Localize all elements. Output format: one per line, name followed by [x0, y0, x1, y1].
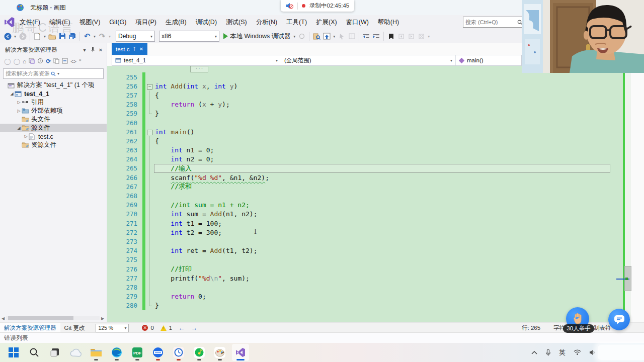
back-dropdown-arrow[interactable]: ▾: [13, 34, 17, 39]
code-line-279[interactable]: 279 return 0;: [107, 292, 623, 301]
taskbar-edge-icon[interactable]: [108, 344, 125, 361]
menu-item-5[interactable]: 生成(B): [161, 15, 191, 29]
expanded-arrow-icon[interactable]: ◢: [16, 126, 22, 130]
document-health-indicator[interactable]: ✕ 0 1: [142, 325, 172, 331]
open-file-button[interactable]: [48, 31, 57, 41]
platform-dropdown[interactable]: x86▾: [159, 31, 219, 42]
menu-item-7[interactable]: 测试(S): [221, 15, 252, 29]
scroll-right-arrow[interactable]: ▶: [100, 316, 106, 321]
scroll-left-arrow[interactable]: ◀: [0, 316, 6, 321]
find-in-files-icon[interactable]: [312, 31, 321, 41]
error-list-bar[interactable]: 错误列表: [0, 332, 644, 343]
save-button[interactable]: [58, 31, 67, 41]
code-line-276[interactable]: 276 //打印: [107, 264, 623, 274]
code-line-272[interactable]: 272 int t2 = 300;: [107, 228, 623, 237]
navigate-forward-arrow[interactable]: →: [191, 324, 197, 332]
menu-item-8[interactable]: 分析(N): [252, 15, 282, 29]
pin-icon[interactable]: [89, 47, 97, 53]
increase-indent-icon[interactable]: [372, 31, 381, 41]
bookmark-prev-icon[interactable]: [396, 31, 406, 41]
taskbar-pdf-reader-icon[interactable]: PDF: [129, 344, 146, 361]
nest-files-icon[interactable]: [53, 58, 59, 65]
menu-item-9[interactable]: 工具(T): [282, 15, 311, 29]
save-all-button[interactable]: [68, 31, 77, 41]
navigate-backward-arrow[interactable]: ←: [178, 324, 185, 332]
tree-item-[interactable]: 头文件: [0, 115, 107, 124]
view-code-icon[interactable]: <>: [70, 59, 76, 64]
switch-views-icon[interactable]: [29, 58, 35, 65]
redo-dropdown-arrow[interactable]: ▾: [108, 34, 112, 39]
collapsed-arrow-icon[interactable]: ▷: [23, 134, 29, 139]
ime-language-indicator[interactable]: 英: [559, 348, 566, 357]
redo-button[interactable]: ↷: [98, 31, 107, 41]
code-line-255[interactable]: 255: [107, 72, 623, 81]
menu-item-0[interactable]: 文件(F): [15, 15, 45, 29]
menu-item-12[interactable]: 帮助(H): [373, 15, 404, 29]
taskbar-search-icon[interactable]: [26, 344, 43, 361]
code-line-263[interactable]: 263 int n1 = 0;: [107, 146, 623, 155]
taskbar-visual-studio-icon[interactable]: [232, 344, 249, 361]
columns-icon[interactable]: [347, 31, 356, 41]
tab-pin-icon[interactable]: ⊺: [133, 46, 135, 52]
code-line-264[interactable]: 264 int n2 = 0;: [107, 155, 623, 164]
menu-item-11[interactable]: 窗口(W): [342, 15, 373, 29]
bookmark-next-icon[interactable]: [407, 31, 416, 41]
code-line-277[interactable]: 277 printf("%d\n", sum);: [107, 274, 623, 283]
menu-item-4[interactable]: 项目(P): [131, 15, 161, 29]
scrollbar-thumb[interactable]: [8, 316, 73, 320]
back-circle-icon[interactable]: ◯: [4, 58, 11, 65]
code-line-266[interactable]: 266 scanf("%d %d", &n1, &n2);: [107, 173, 623, 182]
undo-button[interactable]: ↶: [83, 31, 92, 41]
collapsed-arrow-icon[interactable]: ▷: [16, 100, 22, 105]
taskbar-qq-music-icon[interactable]: [191, 344, 208, 361]
menu-item-3[interactable]: Git(G): [105, 15, 131, 29]
solution-horizontal-scrollbar[interactable]: ◀ ▶: [0, 315, 106, 321]
panel-menu-arrow-icon[interactable]: ▾: [80, 47, 89, 53]
collapsed-region-box[interactable]: ···: [190, 66, 208, 72]
code-line-270[interactable]: 270 int sum = Add(n1, n2);: [107, 210, 623, 219]
refresh-icon[interactable]: ⟳: [46, 58, 51, 65]
code-line-265[interactable]: 265 //输入: [107, 164, 623, 173]
taskbar-task-view-icon[interactable]: [46, 344, 63, 361]
code-line-259[interactable]: 259}: [107, 109, 623, 118]
tab-test-c[interactable]: test.c ⊺ ✕: [112, 43, 147, 55]
toolbar-more-icon[interactable]: ❞: [79, 59, 82, 64]
code-line-269[interactable]: 269 //int sum = n1 + n2;: [107, 201, 623, 210]
tree-item-[interactable]: ▷引用: [0, 98, 107, 107]
taskbar-widgets-cloud-icon[interactable]: [67, 344, 84, 361]
collapse-minus-icon[interactable]: −: [147, 130, 152, 135]
wifi-icon[interactable]: [574, 349, 581, 355]
editor-zoom-dropdown[interactable]: 125 %▾: [96, 324, 129, 332]
taskbar-start-icon[interactable]: [5, 344, 22, 361]
taskbar-file-explorer-icon[interactable]: [88, 344, 105, 361]
navigate-cursor-icon[interactable]: [337, 31, 346, 41]
menu-item-6[interactable]: 调试(D): [191, 15, 221, 29]
forward-circle-icon[interactable]: ◯: [13, 58, 20, 65]
taskbar-tencent-classroom-icon[interactable]: [149, 344, 167, 361]
bookmark-clear-icon[interactable]: [417, 31, 426, 41]
undo-dropdown-arrow[interactable]: ▾: [93, 34, 97, 39]
tree-item-[interactable]: 资源文件: [0, 141, 107, 149]
bookmark-icon[interactable]: [386, 31, 395, 41]
code-line-275[interactable]: 275: [107, 255, 623, 264]
code-line-280[interactable]: 280}: [107, 301, 623, 310]
code-line-260[interactable]: 260: [107, 118, 623, 127]
microphone-icon[interactable]: [545, 349, 551, 356]
tree-item-test_4_11[interactable]: 解决方案 "test_4_1" (1 个项: [0, 81, 107, 89]
menu-item-2[interactable]: 视图(V): [75, 15, 105, 29]
pending-changes-filter-icon[interactable]: [37, 58, 43, 65]
search-options-arrow[interactable]: ▾: [57, 71, 101, 76]
code-line-258[interactable]: 258 return (x + y);: [107, 100, 623, 109]
close-icon[interactable]: ✕: [97, 47, 105, 53]
code-line-267[interactable]: 267 //求和: [107, 182, 623, 191]
menu-item-1[interactable]: 编辑(E): [45, 15, 75, 29]
solution-search-box[interactable]: 搜索解决方案资源管理器(Ct ▾: [3, 68, 104, 79]
menu-item-10[interactable]: 扩展(X): [311, 15, 342, 29]
decrease-indent-icon[interactable]: [362, 31, 371, 41]
collapsed-arrow-icon[interactable]: ▷: [16, 109, 22, 113]
code-line-278[interactable]: 278: [107, 283, 623, 292]
code-line-257[interactable]: 257{: [107, 90, 623, 100]
volume-icon[interactable]: [589, 349, 596, 355]
scope-dropdown[interactable]: (全局范围)▾: [281, 55, 456, 65]
collapse-all-icon[interactable]: [62, 58, 68, 65]
